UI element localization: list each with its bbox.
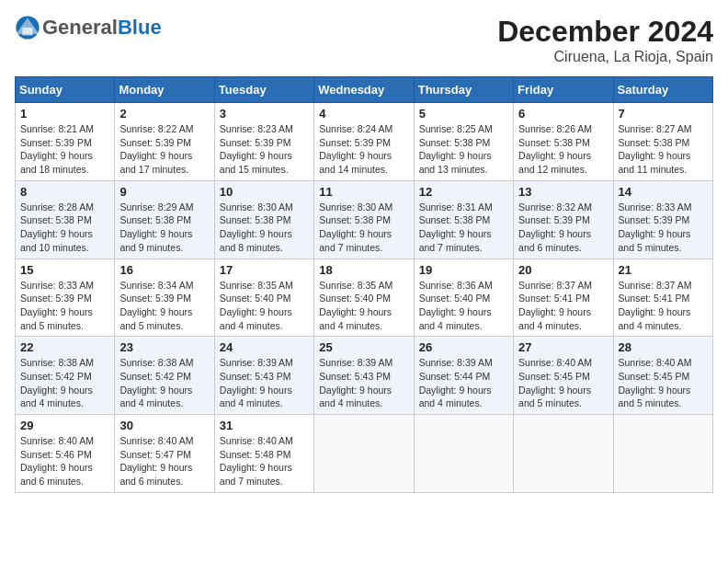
week-row-2: 8 Sunrise: 8:28 AMSunset: 5:38 PMDayligh…: [16, 180, 713, 259]
day-cell-21: 21 Sunrise: 8:37 AMSunset: 5:41 PMDaylig…: [613, 259, 712, 337]
cell-text-11: Sunrise: 8:30 AMSunset: 5:38 PMDaylight:…: [319, 201, 392, 253]
day-num-25: 25: [319, 340, 408, 354]
day-num-21: 21: [619, 263, 708, 277]
cell-text-8: Sunrise: 8:28 AMSunset: 5:38 PMDaylight:…: [20, 201, 94, 253]
day-num-23: 23: [119, 340, 209, 354]
col-monday: Monday: [115, 77, 214, 103]
day-num-13: 13: [518, 185, 608, 199]
col-thursday: Thursday: [414, 77, 513, 103]
page-header: GeneralBlue December 2024 Ciruena, La Ri…: [15, 15, 713, 65]
day-num-31: 31: [220, 419, 309, 432]
col-wednesday: Wednesday: [314, 77, 414, 103]
calendar-header-row: Sunday Monday Tuesday Wednesday Thursday…: [16, 77, 713, 103]
month-title: December 2024: [497, 15, 713, 49]
cell-text-15: Sunrise: 8:33 AMSunset: 5:39 PMDaylight:…: [20, 280, 94, 331]
empty-cell: [314, 415, 414, 493]
cell-text-22: Sunrise: 8:38 AMSunset: 5:42 PMDaylight:…: [20, 357, 94, 408]
day-cell-9: 9 Sunrise: 8:29 AMSunset: 5:38 PMDayligh…: [115, 180, 214, 259]
cell-text-20: Sunrise: 8:37 AMSunset: 5:41 PMDaylight:…: [518, 280, 592, 331]
day-num-10: 10: [220, 185, 309, 199]
day-cell-17: 17 Sunrise: 8:35 AMSunset: 5:40 PMDaylig…: [214, 259, 313, 337]
day-cell-10: 10 Sunrise: 8:30 AMSunset: 5:38 PMDaylig…: [214, 180, 313, 259]
week-row-1: 1 Sunrise: 8:21 AMSunset: 5:39 PMDayligh…: [16, 103, 713, 181]
cell-text-30: Sunrise: 8:40 AMSunset: 5:47 PMDaylight:…: [119, 435, 193, 487]
day-num-9: 9: [119, 185, 209, 199]
cell-text-21: Sunrise: 8:37 AMSunset: 5:41 PMDaylight:…: [619, 280, 692, 331]
day-num-16: 16: [119, 263, 209, 277]
cell-text-29: Sunrise: 8:40 AMSunset: 5:46 PMDaylight:…: [20, 435, 94, 487]
cell-text-5: Sunrise: 8:25 AMSunset: 5:38 PMDaylight:…: [419, 123, 493, 175]
day-cell-18: 18 Sunrise: 8:35 AMSunset: 5:40 PMDaylig…: [314, 259, 414, 337]
day-cell-28: 28 Sunrise: 8:40 AMSunset: 5:45 PMDaylig…: [613, 337, 712, 415]
day-num-27: 27: [518, 340, 608, 354]
cell-text-27: Sunrise: 8:40 AMSunset: 5:45 PMDaylight:…: [518, 357, 592, 408]
day-num-3: 3: [220, 107, 309, 121]
day-num-6: 6: [518, 107, 608, 121]
week-row-3: 15 Sunrise: 8:33 AMSunset: 5:39 PMDaylig…: [16, 259, 713, 337]
cell-text-19: Sunrise: 8:36 AMSunset: 5:40 PMDaylight:…: [419, 280, 493, 331]
day-cell-1: 1 Sunrise: 8:21 AMSunset: 5:39 PMDayligh…: [16, 103, 115, 181]
day-cell-11: 11 Sunrise: 8:30 AMSunset: 5:38 PMDaylig…: [314, 180, 414, 259]
empty-cell: [613, 415, 712, 493]
cell-text-18: Sunrise: 8:35 AMSunset: 5:40 PMDaylight:…: [319, 280, 392, 331]
day-num-5: 5: [419, 107, 508, 121]
day-num-20: 20: [518, 263, 608, 277]
cell-text-9: Sunrise: 8:29 AMSunset: 5:38 PMDaylight:…: [119, 201, 193, 253]
day-num-11: 11: [319, 185, 408, 199]
day-cell-16: 16 Sunrise: 8:34 AMSunset: 5:39 PMDaylig…: [115, 259, 214, 337]
day-cell-19: 19 Sunrise: 8:36 AMSunset: 5:40 PMDaylig…: [414, 259, 513, 337]
logo-general-text: General: [42, 16, 118, 40]
cell-text-28: Sunrise: 8:40 AMSunset: 5:45 PMDaylight:…: [619, 357, 692, 408]
day-num-17: 17: [220, 263, 309, 277]
day-cell-14: 14 Sunrise: 8:33 AMSunset: 5:39 PMDaylig…: [613, 180, 712, 259]
col-tuesday: Tuesday: [214, 77, 313, 103]
day-num-30: 30: [119, 419, 209, 432]
logo-blue-text: Blue: [118, 16, 162, 40]
day-num-8: 8: [20, 185, 109, 199]
logo-icon: [15, 15, 40, 40]
day-cell-5: 5 Sunrise: 8:25 AMSunset: 5:38 PMDayligh…: [414, 103, 513, 181]
cell-text-16: Sunrise: 8:34 AMSunset: 5:39 PMDaylight:…: [119, 280, 193, 331]
day-num-18: 18: [319, 263, 408, 277]
cell-text-2: Sunrise: 8:22 AMSunset: 5:39 PMDaylight:…: [119, 123, 193, 175]
cell-text-23: Sunrise: 8:38 AMSunset: 5:42 PMDaylight:…: [119, 357, 193, 408]
logo: GeneralBlue: [15, 15, 162, 40]
day-cell-12: 12 Sunrise: 8:31 AMSunset: 5:38 PMDaylig…: [414, 180, 513, 259]
cell-text-6: Sunrise: 8:26 AMSunset: 5:38 PMDaylight:…: [518, 123, 592, 175]
cell-text-4: Sunrise: 8:24 AMSunset: 5:39 PMDaylight:…: [319, 123, 392, 175]
day-cell-25: 25 Sunrise: 8:39 AMSunset: 5:43 PMDaylig…: [314, 337, 414, 415]
cell-text-17: Sunrise: 8:35 AMSunset: 5:40 PMDaylight:…: [220, 280, 293, 331]
cell-text-3: Sunrise: 8:23 AMSunset: 5:39 PMDaylight:…: [220, 123, 293, 175]
day-cell-7: 7 Sunrise: 8:27 AMSunset: 5:38 PMDayligh…: [613, 103, 712, 181]
day-num-29: 29: [20, 419, 109, 432]
day-num-7: 7: [619, 107, 708, 121]
week-row-5: 29 Sunrise: 8:40 AMSunset: 5:46 PMDaylig…: [16, 415, 713, 493]
cell-text-31: Sunrise: 8:40 AMSunset: 5:48 PMDaylight:…: [220, 435, 293, 487]
day-cell-27: 27 Sunrise: 8:40 AMSunset: 5:45 PMDaylig…: [514, 337, 613, 415]
day-cell-3: 3 Sunrise: 8:23 AMSunset: 5:39 PMDayligh…: [214, 103, 313, 181]
day-num-15: 15: [20, 263, 109, 277]
day-cell-20: 20 Sunrise: 8:37 AMSunset: 5:41 PMDaylig…: [514, 259, 613, 337]
day-cell-30: 30 Sunrise: 8:40 AMSunset: 5:47 PMDaylig…: [115, 415, 214, 493]
empty-cell: [514, 415, 613, 493]
day-num-1: 1: [20, 107, 109, 121]
day-cell-15: 15 Sunrise: 8:33 AMSunset: 5:39 PMDaylig…: [16, 259, 115, 337]
cell-text-14: Sunrise: 8:33 AMSunset: 5:39 PMDaylight:…: [619, 201, 692, 253]
col-sunday: Sunday: [16, 77, 115, 103]
day-num-24: 24: [220, 340, 309, 354]
day-num-19: 19: [419, 263, 508, 277]
cell-text-12: Sunrise: 8:31 AMSunset: 5:38 PMDaylight:…: [419, 201, 493, 253]
cell-text-25: Sunrise: 8:39 AMSunset: 5:43 PMDaylight:…: [319, 357, 392, 408]
day-num-2: 2: [119, 107, 209, 121]
day-num-12: 12: [419, 185, 508, 199]
day-cell-22: 22 Sunrise: 8:38 AMSunset: 5:42 PMDaylig…: [16, 337, 115, 415]
day-cell-23: 23 Sunrise: 8:38 AMSunset: 5:42 PMDaylig…: [115, 337, 214, 415]
day-cell-8: 8 Sunrise: 8:28 AMSunset: 5:38 PMDayligh…: [16, 180, 115, 259]
day-cell-4: 4 Sunrise: 8:24 AMSunset: 5:39 PMDayligh…: [314, 103, 414, 181]
svg-rect-2: [22, 28, 32, 35]
day-num-28: 28: [619, 340, 708, 354]
location: Ciruena, La Rioja, Spain: [497, 49, 713, 65]
day-cell-31: 31 Sunrise: 8:40 AMSunset: 5:48 PMDaylig…: [214, 415, 313, 493]
day-cell-6: 6 Sunrise: 8:26 AMSunset: 5:38 PMDayligh…: [514, 103, 613, 181]
cell-text-7: Sunrise: 8:27 AMSunset: 5:38 PMDaylight:…: [619, 123, 692, 175]
